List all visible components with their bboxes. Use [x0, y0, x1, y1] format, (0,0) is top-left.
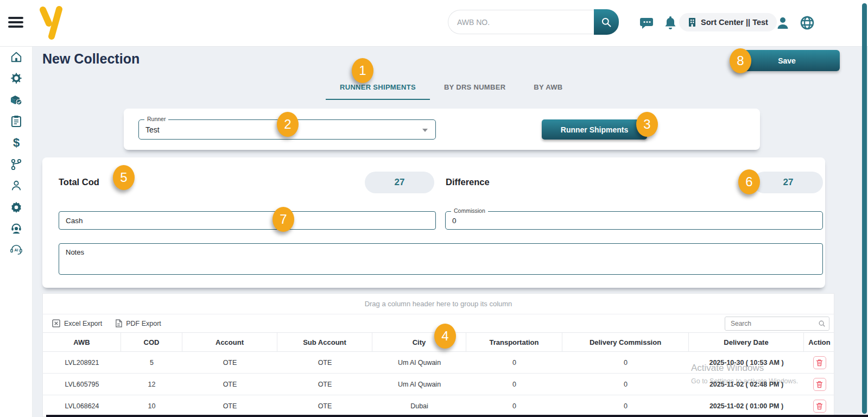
main-content: New Collection Save RUNNER SHIPMENTS BY … [33, 47, 868, 417]
table-row: LVL068624 10 OTE OTE Dubai 0 0 2025-11-0… [43, 395, 834, 417]
cell-sub-account: OTE [277, 395, 372, 416]
awb-search [448, 9, 619, 35]
col-header-transportation[interactable]: Transportation [466, 333, 562, 351]
sidebar-finance-icon[interactable]: $ [10, 136, 23, 149]
annotation-badge-1: 1 [352, 58, 373, 83]
building-icon [688, 17, 696, 27]
shipments-table-panel: Drag a column header here to group its c… [42, 293, 834, 417]
sidebar-packages-icon[interactable] [10, 93, 23, 106]
sidebar-support-agent-icon[interactable] [10, 222, 23, 235]
delete-row-button[interactable] [813, 378, 826, 391]
tab-runner-shipments[interactable]: RUNNER SHIPMENTS [326, 83, 430, 100]
pdf-icon [115, 319, 122, 327]
brand-logo[interactable] [37, 5, 65, 41]
cell-city: Um Al Quwain [372, 374, 466, 395]
sidebar-operations-icon[interactable] [10, 72, 23, 85]
chat-icon[interactable] [638, 14, 656, 31]
chevron-down-icon [422, 129, 428, 132]
notes-textarea[interactable]: Notes [59, 243, 823, 275]
annotation-badge-6: 6 [738, 169, 760, 194]
cell-transportation: 0 [466, 352, 562, 373]
annotation-badge-2: 2 [277, 112, 299, 137]
sidebar-clipboard-icon[interactable] [10, 115, 23, 128]
notifications-bell-icon[interactable] [662, 14, 679, 31]
cell-account: OTE [182, 374, 277, 395]
col-header-account[interactable]: Account [182, 333, 277, 351]
runner-select-label: Runner [144, 116, 168, 122]
annotation-badge-8: 8 [730, 48, 751, 73]
cell-account: OTE [182, 352, 277, 373]
trash-icon [816, 359, 823, 367]
cell-sub-account: OTE [277, 352, 372, 373]
search-icon [601, 17, 612, 28]
cell-delivery-date: 2025-10-30 ( 10:53 AM ) [689, 352, 804, 373]
excel-export-button[interactable]: Excel Export [52, 319, 102, 327]
table-search [725, 317, 829, 331]
window-bottom-edge [46, 415, 868, 417]
user-profile-icon[interactable] [774, 14, 791, 31]
col-header-awb[interactable]: AWB [43, 333, 121, 351]
annotation-badge-7: 7 [273, 207, 294, 232]
station-label: Sort Center || Test [701, 18, 768, 27]
col-header-cod[interactable]: COD [121, 333, 182, 351]
cell-awb: LVL208921 [43, 352, 121, 373]
tab-by-drs-number[interactable]: BY DRS NUMBER [430, 83, 519, 100]
collection-tabs: RUNNER SHIPMENTS BY DRS NUMBER BY AWB [326, 83, 576, 100]
sidebar-ai-assistant-icon[interactable]: AI [10, 243, 23, 256]
page-title: New Collection [42, 51, 140, 67]
language-globe-icon[interactable] [799, 14, 816, 31]
group-by-drop-zone[interactable]: Drag a column header here to group its c… [43, 294, 834, 314]
col-header-sub-account[interactable]: Sub Account [277, 333, 372, 351]
svg-text:$: $ [13, 136, 20, 149]
commission-input[interactable] [446, 212, 822, 229]
sidebar-settings-gear-icon[interactable] [10, 200, 23, 213]
commission-field-wrap: Commission [445, 211, 823, 230]
sidebar-customers-icon[interactable] [10, 179, 23, 192]
delete-row-button[interactable] [813, 400, 826, 413]
menu-toggle-icon[interactable] [8, 17, 23, 29]
collection-summary-card: Total Cod 27 Difference 27 Commission No… [42, 157, 825, 288]
difference-value: 27 [753, 172, 823, 193]
sidebar-workflow-icon[interactable] [10, 158, 23, 171]
cell-sub-account: OTE [277, 374, 372, 395]
payment-type-field[interactable] [59, 211, 436, 230]
pdf-export-button[interactable]: PDF Export [115, 319, 161, 327]
col-header-action[interactable]: Action [804, 333, 835, 351]
table-search-input[interactable] [725, 317, 829, 330]
svg-text:AI: AI [15, 248, 18, 252]
page-scrollbar[interactable] [862, 3, 867, 414]
sidebar-home-icon[interactable] [10, 50, 23, 64]
delete-row-button[interactable] [813, 356, 826, 369]
cell-city: Um Al Quwain [372, 352, 466, 373]
annotation-badge-3: 3 [636, 112, 658, 137]
annotation-badge-4: 4 [434, 324, 456, 349]
cell-city: Dubai [372, 395, 466, 416]
search-button[interactable] [594, 9, 619, 35]
trash-icon [816, 381, 823, 388]
total-cod-label: Total Cod [59, 177, 99, 187]
cell-transportation: 0 [466, 374, 562, 395]
table-row: LVL605795 12 OTE OTE Um Al Quwain 0 0 20… [43, 374, 834, 395]
annotation-badge-5: 5 [113, 165, 135, 190]
trash-icon [816, 402, 823, 410]
cell-awb: LVL068624 [43, 395, 121, 416]
cell-delivery-commission: 0 [562, 352, 689, 373]
station-selector[interactable]: Sort Center || Test [679, 13, 777, 31]
col-header-delivery-date[interactable]: Delivery Date [689, 333, 804, 351]
runner-select-value: Test [145, 125, 160, 134]
cell-delivery-date: 2025-11-02 ( 02:48 PM ) [689, 374, 804, 395]
tab-by-awb[interactable]: BY AWB [519, 83, 576, 100]
sidebar-nav: $ AI [0, 47, 33, 417]
cell-delivery-commission: 0 [562, 395, 689, 416]
runner-card: Runner Test Runner Shipments [124, 109, 760, 150]
col-header-delivery-commission[interactable]: Delivery Commission [562, 333, 689, 351]
cell-awb: LVL605795 [43, 374, 121, 395]
awb-search-input[interactable] [448, 10, 599, 34]
table-row: LVL208921 5 OTE OTE Um Al Quwain 0 0 202… [43, 352, 834, 374]
table-search-icon [818, 320, 826, 327]
cell-delivery-date: 2025-11-02 ( 01:00 PM ) [689, 395, 804, 416]
cell-transportation: 0 [466, 395, 562, 416]
runner-shipments-button[interactable]: Runner Shipments [542, 119, 647, 140]
cell-cod: 12 [121, 374, 182, 395]
excel-icon [52, 319, 60, 327]
